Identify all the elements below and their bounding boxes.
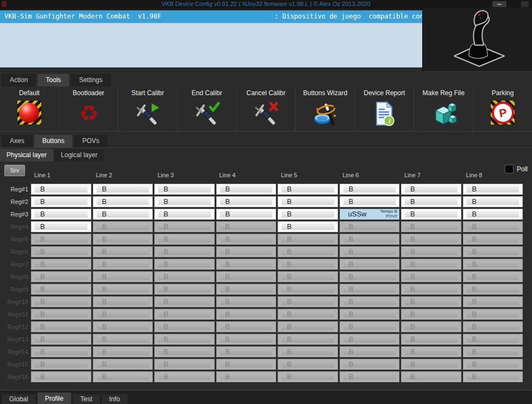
cell-reg3-line4[interactable]: B bbox=[216, 209, 277, 220]
column-header: Line 6 bbox=[340, 172, 402, 181]
cell-reg10-line8: B bbox=[463, 296, 523, 307]
cell-reg3-line3[interactable]: B bbox=[154, 209, 215, 220]
default-button[interactable]: Default bbox=[0, 87, 59, 131]
cell-reg15-line6: B bbox=[340, 359, 400, 370]
cell-reg6-line4: B bbox=[216, 246, 277, 257]
cell-reg1-line4[interactable]: B bbox=[216, 184, 277, 195]
row-label: Reg#13 bbox=[0, 336, 28, 343]
cell-reg9-line8: B bbox=[463, 284, 523, 295]
minimize-button[interactable] bbox=[492, 1, 506, 7]
tab-test[interactable]: Test bbox=[73, 394, 100, 404]
cell-reg2-line2[interactable]: B bbox=[93, 196, 153, 207]
tab-info[interactable]: Info bbox=[102, 394, 128, 404]
srv-button[interactable]: Srv bbox=[4, 165, 25, 176]
cell-reg3-line7[interactable]: B bbox=[401, 209, 461, 220]
cell-reg2-line1[interactable]: B bbox=[31, 196, 91, 207]
cell-reg7-line2: B bbox=[93, 259, 153, 270]
cell-reg13-line1: B bbox=[31, 334, 91, 345]
cell-reg3-line8[interactable]: B bbox=[463, 209, 523, 220]
cell-reg1-line7[interactable]: B bbox=[401, 184, 461, 195]
make-reg-file-button[interactable]: Make Reg File bbox=[414, 87, 473, 131]
start-calibr-button[interactable]: Start Calibr bbox=[118, 87, 178, 131]
device-status: : Dispositivo de juego compatible con bbox=[274, 10, 424, 23]
buttons-grid: Reg#1BBBBBBBBReg#2BBBBBBBBReg#3BBBBBuSSw… bbox=[0, 183, 532, 383]
cell-reg8-line3: B bbox=[154, 271, 215, 282]
row-label: Reg#16 bbox=[0, 374, 28, 380]
bootloader-button[interactable]: Bootloader ♻ bbox=[59, 87, 118, 131]
cell-reg11-line2: B bbox=[93, 309, 153, 320]
cell-reg9-line5: B bbox=[278, 284, 338, 295]
cell-reg15-line5: B bbox=[278, 359, 338, 370]
cell-reg11-line6: B bbox=[340, 309, 400, 320]
tab-buttons[interactable]: Buttons bbox=[34, 135, 73, 147]
cell-reg3-line5[interactable]: B bbox=[278, 209, 338, 220]
tab-povs[interactable]: POVs bbox=[74, 135, 107, 147]
toolbar: Default Bootloader ♻ Start Calibr End Ca… bbox=[0, 87, 532, 131]
cell-reg2-line4[interactable]: B bbox=[216, 196, 277, 207]
cell-reg4-line3: B bbox=[154, 221, 215, 232]
device-name: VKB-Sim Gunfighter Modern Combat v1.98F bbox=[4, 10, 161, 23]
cell-reg6-line6: B bbox=[340, 246, 400, 257]
close-button[interactable] bbox=[521, 1, 529, 7]
cell-reg7-line3: B bbox=[154, 259, 215, 270]
grid-row: Reg#2BBBBBBBB bbox=[0, 195, 532, 208]
cell-reg1-line3[interactable]: B bbox=[154, 184, 215, 195]
cell-reg8-line2: B bbox=[93, 271, 153, 282]
tab-tools[interactable]: Tools bbox=[37, 74, 69, 86]
cell-reg9-line1: B bbox=[31, 284, 91, 295]
cell-reg10-line1: B bbox=[31, 296, 91, 307]
cell-reg2-line5[interactable]: B bbox=[278, 196, 338, 207]
joystick-panel bbox=[422, 8, 532, 72]
cell-reg1-line5[interactable]: B bbox=[278, 184, 338, 195]
cell-reg1-line1[interactable]: B bbox=[31, 184, 91, 195]
tab-global[interactable]: Global bbox=[2, 394, 36, 404]
cell-reg2-line8[interactable]: B bbox=[463, 196, 523, 207]
cell-reg4-line5[interactable]: B bbox=[278, 221, 338, 232]
tab-logical-layer[interactable]: Logical layer bbox=[54, 149, 104, 161]
tab-action[interactable]: Action bbox=[2, 74, 36, 86]
main-tabs: Action Tools Settings bbox=[0, 74, 111, 86]
grid-row: Reg#10BBBBBBBB bbox=[0, 295, 532, 308]
cell-reg1-line8[interactable]: B bbox=[463, 184, 523, 195]
grid-row: Reg#4BBBBBBBB bbox=[0, 220, 532, 233]
tab-axes[interactable]: Axes bbox=[2, 135, 33, 147]
tab-physical-layer[interactable]: Physical layer bbox=[0, 149, 53, 161]
cell-reg2-line6[interactable]: B bbox=[340, 196, 400, 207]
grid-row: Reg#1BBBBBBBB bbox=[0, 183, 532, 195]
cell-reg2-line3[interactable]: B bbox=[154, 196, 215, 207]
device-info-area bbox=[0, 23, 422, 67]
tab-settings[interactable]: Settings bbox=[71, 74, 110, 86]
cancel-calibr-button[interactable]: Cancel Calibr bbox=[237, 87, 296, 131]
cell-reg14-line1: B bbox=[31, 346, 91, 357]
cell-reg3-line2[interactable]: B bbox=[93, 209, 153, 220]
cell-reg14-line7: B bbox=[401, 346, 461, 357]
parking-icon: P bbox=[490, 101, 516, 127]
cell-reg2-line7[interactable]: B bbox=[401, 196, 461, 207]
grid-row: Reg#13BBBBBBBB bbox=[0, 333, 532, 345]
cell-reg9-line6: B bbox=[340, 284, 400, 295]
cell-reg6-line2: B bbox=[93, 246, 153, 257]
row-label: Reg#7 bbox=[0, 261, 28, 268]
cell-reg12-line3: B bbox=[154, 321, 215, 332]
parking-button[interactable]: Parking P bbox=[473, 87, 532, 131]
grid-row: Reg#3BBBBBuSSwTempo BPOV2BB bbox=[0, 208, 532, 220]
layer-tabs: Physical layer Logical layer bbox=[0, 148, 105, 161]
column-header: Line 1 bbox=[31, 172, 93, 181]
device-report-button[interactable]: Device Report i bbox=[355, 87, 414, 131]
cell-reg3-line1[interactable]: B bbox=[31, 209, 91, 220]
tab-profile[interactable]: Profile bbox=[37, 393, 71, 404]
cell-reg3-line6[interactable]: uSSwTempo BPOV2 bbox=[340, 209, 400, 220]
bottom-tabs: Global Profile Test Info bbox=[0, 393, 128, 404]
cell-reg10-line5: B bbox=[278, 296, 338, 307]
cell-reg4-line1[interactable]: B bbox=[31, 221, 91, 232]
cell-reg10-line4: B bbox=[216, 296, 277, 307]
cell-reg11-line3: B bbox=[154, 309, 215, 320]
bootloader-icon: ♻ bbox=[76, 101, 102, 127]
cell-reg1-line2[interactable]: B bbox=[93, 184, 153, 195]
buttons-wizard-button[interactable]: Buttons Wizard bbox=[296, 87, 355, 131]
row-label: Reg#10 bbox=[0, 299, 28, 305]
cell-reg6-line5: B bbox=[278, 246, 338, 257]
cell-reg1-line6[interactable]: B bbox=[340, 184, 400, 195]
cell-reg4-line4: B bbox=[216, 221, 277, 232]
end-calibr-button[interactable]: End Calibr bbox=[178, 87, 237, 131]
